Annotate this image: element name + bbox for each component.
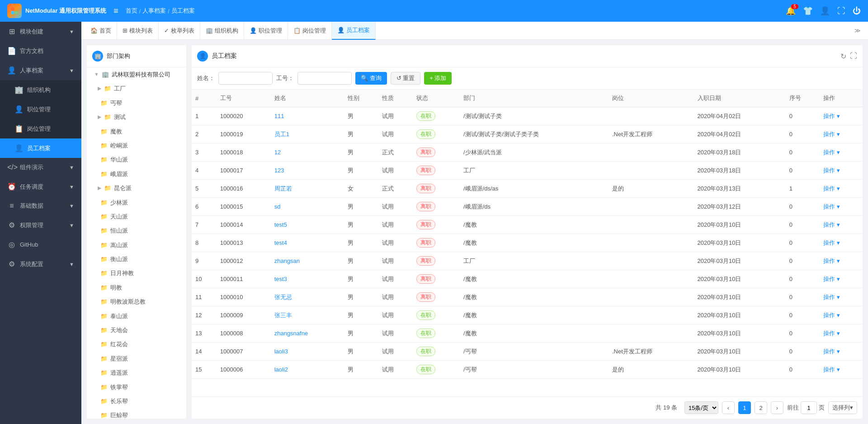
query-button[interactable]: 🔍 查询 [355, 72, 387, 85]
sidebar-item-task[interactable]: ⏰ 任务调度 ▼ [0, 177, 81, 196]
tree-node-红花会[interactable]: 📁 红花会 [87, 337, 186, 351]
breadcrumb-hr[interactable]: 人事档案 [142, 7, 166, 15]
tree-node-明教[interactable]: 📁 明教 [87, 281, 186, 295]
tree-node-逍遥派[interactable]: 📁 逍遥派 [87, 366, 186, 380]
cell-operation[interactable]: 操作 ▾ [820, 288, 863, 306]
sidebar-item-official-docs[interactable]: 📄 官方文档 [0, 41, 81, 61]
next-page-btn[interactable]: › [771, 401, 783, 414]
cell-operation[interactable]: 操作 ▾ [820, 107, 863, 125]
cell-name[interactable]: test3 [271, 270, 344, 288]
cell-name[interactable]: laoli3 [271, 343, 344, 361]
cell-name[interactable]: zhangsnafne [271, 324, 344, 343]
tree-node-华山派[interactable]: 📁 华山派 [87, 152, 186, 167]
tab-home[interactable]: 🏠 首页 [85, 22, 117, 40]
cell-operation[interactable]: 操作 ▾ [820, 306, 863, 324]
tab-position[interactable]: 👤 职位管理 [244, 22, 288, 40]
sidebar-item-job[interactable]: 📋 岗位管理 [0, 119, 81, 138]
sidebar-item-org[interactable]: 🏢 组织机构 [0, 80, 81, 100]
tree-node-昆仑派[interactable]: ▶ 📁 昆仑派 [87, 181, 186, 195]
cell-name[interactable]: 111 [271, 107, 344, 125]
tab-more-icon[interactable]: ≫ [851, 27, 864, 34]
breadcrumb-home[interactable]: 首页 [126, 7, 137, 15]
cell-operation[interactable]: 操作 ▾ [820, 343, 863, 361]
tree-node-长乐帮[interactable]: 📁 长乐帮 [87, 394, 186, 408]
tree-node-少林派[interactable]: 📁 少林派 [87, 195, 186, 210]
sidebar-item-module-create[interactable]: ⊞ 模块创建 ▼ [0, 22, 81, 41]
cell-operation[interactable]: 操作 ▾ [820, 198, 863, 216]
tree-node-测试[interactable]: ▶ 📁 测试 [87, 110, 186, 124]
tree-node-天地会[interactable]: 📁 天地会 [87, 323, 186, 337]
tree-node-恒山派[interactable]: 📁 恒山派 [87, 224, 186, 238]
refresh-icon[interactable]: ↻ [840, 52, 846, 61]
cell-operation[interactable]: 操作 ▾ [820, 361, 863, 379]
page-jump-input[interactable] [801, 401, 817, 414]
tree-node-巨鲸帮[interactable]: 📁 巨鲸帮 [87, 408, 186, 419]
reset-button[interactable]: ↺ 重置 [391, 72, 421, 85]
cell-name[interactable]: zhangsan [271, 252, 344, 270]
tree-node-嵩山派[interactable]: 📁 嵩山派 [87, 238, 186, 252]
cell-name[interactable]: 员工1 [271, 125, 344, 143]
tree-node-天山派[interactable]: 📁 天山派 [87, 210, 186, 224]
tree-node-日月神教[interactable]: 📁 日月神教 [87, 266, 186, 280]
page-2-btn[interactable]: 2 [755, 401, 767, 414]
tree-node-衡山派[interactable]: 📁 衡山派 [87, 252, 186, 266]
select-col-btn[interactable]: 选择列▾ [828, 401, 857, 414]
cell-name[interactable]: 周芷若 [271, 180, 344, 198]
tab-job[interactable]: 📋 岗位管理 [288, 22, 332, 40]
tab-employee[interactable]: 👤 员工档案 [332, 22, 376, 40]
sidebar-item-sys-config[interactable]: ⚙ 系统配置 ▼ [0, 254, 81, 274]
menu-toggle-icon[interactable]: ≡ [113, 6, 118, 16]
tree-node-泰山派[interactable]: 📁 泰山派 [87, 309, 186, 323]
cell-name[interactable]: 张三丰 [271, 306, 344, 324]
cell-operation[interactable]: 操作 ▾ [820, 143, 863, 162]
sidebar-item-employee[interactable]: 👤 员工档案 [0, 138, 81, 158]
cell-operation[interactable]: 操作 ▾ [820, 234, 863, 252]
sidebar-item-position[interactable]: 👤 职位管理 [0, 100, 81, 119]
tree-node-丐帮[interactable]: 📁 丐帮 [87, 96, 186, 110]
add-button[interactable]: + 添加 [424, 72, 452, 85]
page-size-select[interactable]: 10条/页15条/页20条/页50条/页 [684, 401, 718, 414]
tree-node-魔教[interactable]: 📁 魔教 [87, 124, 186, 138]
user-icon[interactable]: 👤 [820, 6, 830, 16]
shirt-icon[interactable]: 👕 [803, 6, 813, 16]
tree-node-company[interactable]: ▼ 🏢 武林联盟科技有限公司 [87, 67, 186, 81]
cell-name[interactable]: 张无忌 [271, 288, 344, 306]
tree-node-峨眉派[interactable]: 📁 峨眉派 [87, 167, 186, 181]
col-type: 性质 [378, 90, 413, 107]
expand-icon[interactable]: ⛶ [837, 6, 845, 16]
tree-node-星宿派[interactable]: 📁 星宿派 [87, 352, 186, 366]
cell-operation[interactable]: 操作 ▾ [820, 180, 863, 198]
tab-org[interactable]: 🏢 组织机构 [200, 22, 244, 40]
cell-operation[interactable]: 操作 ▾ [820, 252, 863, 270]
cell-operation[interactable]: 操作 ▾ [820, 125, 863, 143]
page-1-btn[interactable]: 1 [738, 401, 751, 414]
tree-node-明教波斯总教[interactable]: 📁 明教波斯总教 [87, 295, 186, 309]
sidebar-item-auth[interactable]: ⚙ 权限管理 ▼ [0, 215, 81, 235]
cell-name[interactable]: 12 [271, 143, 344, 162]
cell-operation[interactable]: 操作 ▾ [820, 162, 863, 180]
tab-module-list[interactable]: ⊞ 模块列表 [117, 22, 159, 40]
cell-operation[interactable]: 操作 ▾ [820, 324, 863, 343]
cell-name[interactable]: test5 [271, 216, 344, 234]
sidebar-item-hr[interactable]: 👤 人事档案 ▼ [0, 61, 81, 80]
cell-name[interactable]: test4 [271, 234, 344, 252]
cell-name[interactable]: 123 [271, 162, 344, 180]
sidebar-item-github[interactable]: ◎ GitHub [0, 235, 81, 254]
tree-node-工厂[interactable]: ▶ 📁 工厂 [87, 81, 186, 95]
power-icon[interactable]: ⏻ [853, 6, 861, 16]
sidebar-item-component[interactable]: </> 组件演示 ▼ [0, 158, 81, 177]
cell-name[interactable]: laoli2 [271, 361, 344, 379]
breadcrumb-employee[interactable]: 员工档案 [171, 7, 195, 15]
fullscreen-icon[interactable]: ⛶ [850, 52, 857, 61]
notification-icon[interactable]: 🔔 5 [786, 6, 796, 16]
cell-operation[interactable]: 操作 ▾ [820, 216, 863, 234]
sidebar-item-base-data[interactable]: ≡ 基础数据 ▼ [0, 196, 81, 215]
cell-name[interactable]: sd [271, 198, 344, 216]
prev-page-btn[interactable]: ‹ [722, 401, 735, 414]
id-input[interactable] [297, 72, 352, 85]
tree-node-崆峒派[interactable]: 📁 崆峒派 [87, 138, 186, 152]
tab-check-list[interactable]: ✓ 枚举列表 [159, 22, 200, 40]
name-input[interactable] [218, 72, 273, 85]
tree-node-铁掌帮[interactable]: 📁 铁掌帮 [87, 380, 186, 394]
cell-operation[interactable]: 操作 ▾ [820, 270, 863, 288]
